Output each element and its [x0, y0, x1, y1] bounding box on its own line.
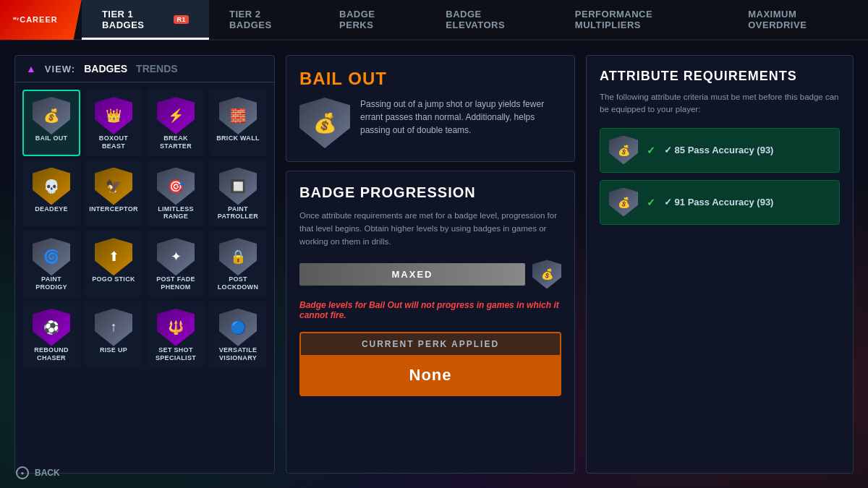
badge-warning: Badge levels for Bail Out will not progr… — [299, 300, 561, 320]
badge-info-section: BAIL OUT 💰 Passing out of a jump shot or… — [286, 55, 575, 162]
back-label: Back — [35, 468, 60, 478]
view-label: VIEW: — [45, 64, 75, 74]
badge-name-bail-out: Bail Out — [35, 134, 68, 142]
badge-name-title: BAIL OUT — [299, 69, 561, 89]
badge-progression-section: BADGE PROGRESSION Once attribute require… — [286, 171, 575, 474]
badge-name-limitless-range: Limitless Range — [151, 205, 200, 221]
badge-detail-panel: BAIL OUT 💰 Passing out of a jump shot or… — [286, 55, 575, 474]
badge-item-limitless-range[interactable]: 🎯 Limitless Range — [147, 160, 205, 227]
maxed-badge-icon: 💰 — [532, 260, 561, 288]
badge-item-interceptor[interactable]: 🦅 Interceptor — [85, 160, 142, 227]
main-content: ▲ VIEW: Badges Trends 💰 Bail Out 👑 Boxou… — [0, 40, 868, 488]
maxed-bar: MAXED 💰 — [299, 260, 561, 288]
attr-req-description: The following attribute criteria must be… — [600, 91, 840, 116]
perk-section: CURRENT PERK APPLIED None — [299, 332, 561, 396]
tab-badge-perks[interactable]: Badge Perks — [319, 0, 425, 40]
tab-trends[interactable]: Trends — [136, 63, 178, 74]
tab-tier2-badges[interactable]: Tier 2 Badges — [209, 0, 319, 40]
badge-info-content: 💰 Passing out of a jump shot or layup yi… — [299, 98, 561, 148]
badge-name-paint-patroller: Paint Patroller — [213, 205, 263, 221]
attr-check-2: ✓ — [647, 197, 655, 208]
attr-req-2-label: ✓ 91 Pass Accuracy (93) — [664, 197, 773, 207]
attr-badge-icon-2: 💰 — [609, 188, 638, 217]
badge-item-boxout-beast[interactable]: 👑 Boxout Beast — [85, 90, 142, 156]
tab-maximum-overdrive[interactable]: Maximum Overdrive — [728, 0, 868, 40]
tab-tier1-badges[interactable]: Tier 1 Badges R1 — [82, 0, 209, 40]
top-navigation: ᴹʸCAREER Tier 1 Badges R1 Tier 2 Badges … — [0, 0, 868, 40]
attr-req-title: ATTRIBUTE REQUIREMENTS — [600, 69, 840, 84]
badge-name-rebound-chaser: Rebound Chaser — [27, 346, 76, 362]
badge-item-versatile-visionary[interactable]: 🔵 Versatile Visionary — [209, 301, 267, 368]
attr-req-2: 💰 ✓ ✓ 91 Pass Accuracy (93) — [600, 180, 840, 225]
badge-name-rise-up: Rise Up — [100, 346, 127, 354]
attr-badge-icon-1: 💰 — [609, 136, 638, 165]
badge-name-paint-prodigy: Paint Prodigy — [27, 275, 76, 291]
badge-item-set-shot-specialist[interactable]: 🔱 Set Shot Specialist — [147, 301, 205, 368]
maxed-label: MAXED — [299, 263, 525, 286]
attribute-requirements-panel: ATTRIBUTE REQUIREMENTS The following att… — [586, 55, 854, 474]
progression-description: Once attribute requirements are met for … — [299, 210, 561, 248]
badge-name-brick-wall: Brick Wall — [216, 134, 260, 142]
badge-name-set-shot-specialist: Set Shot Specialist — [151, 346, 200, 362]
badge-item-paint-patroller[interactable]: 🔲 Paint Patroller — [209, 160, 267, 227]
badge-item-paint-prodigy[interactable]: 🌀 Paint Prodigy — [22, 231, 80, 297]
perk-label: CURRENT PERK APPLIED — [301, 333, 560, 356]
badge-description: Passing out of a jump shot or layup yiel… — [360, 98, 561, 137]
attr-req-1-label: ✓ 85 Pass Accuracy (93) — [664, 145, 773, 155]
back-circle-icon: ● — [16, 466, 29, 479]
nav-tab-list: Tier 1 Badges R1 Tier 2 Badges Badge Per… — [82, 0, 868, 39]
perk-value: None — [301, 356, 560, 395]
badge-item-pogo-stick[interactable]: ⬆ Pogo Stick — [85, 231, 142, 297]
badge-list-panel: ▲ VIEW: Badges Trends 💰 Bail Out 👑 Boxou… — [14, 55, 275, 474]
badge-name-interceptor: Interceptor — [89, 205, 138, 213]
badge-hero-icon: 💰 — [299, 98, 350, 148]
badge-grid: 💰 Bail Out 👑 Boxout Beast ⚡ Break Starte… — [15, 82, 274, 374]
badge-name-deadeye: Deadeye — [35, 205, 68, 213]
badge-item-brick-wall[interactable]: 🧱 Brick Wall — [209, 90, 267, 156]
badge-name-versatile-visionary: Versatile Visionary — [213, 346, 263, 362]
badge-item-rebound-chaser[interactable]: ⚽ Rebound Chaser — [22, 301, 80, 368]
attr-check-1: ✓ — [647, 145, 655, 156]
badge-item-post-fade-phenom[interactable]: ✦ Post Fade Phenom — [147, 231, 205, 297]
badge-item-rise-up[interactable]: ↑ Rise Up — [85, 301, 142, 368]
r1-badge: R1 — [174, 15, 189, 24]
badge-name-post-fade-phenom: Post Fade Phenom — [151, 275, 200, 291]
mycareer-logo: ᴹʸCAREER — [0, 0, 82, 40]
progression-title: BADGE PROGRESSION — [299, 184, 561, 201]
badge-item-deadeye[interactable]: 💀 Deadeye — [22, 160, 80, 227]
attr-req-1: 💰 ✓ ✓ 85 Pass Accuracy (93) — [600, 128, 840, 173]
badge-item-break-starter[interactable]: ⚡ Break Starter — [147, 90, 205, 156]
tab-badge-elevators[interactable]: Badge Elevators — [425, 0, 555, 40]
tab-performance-multipliers[interactable]: Performance Multipliers — [555, 0, 728, 40]
badge-name-pogo-stick: Pogo Stick — [92, 275, 135, 283]
badge-item-bail-out[interactable]: 💰 Bail Out — [22, 90, 80, 156]
badge-name-break-starter: Break Starter — [151, 134, 200, 150]
badge-name-boxout-beast: Boxout Beast — [89, 134, 138, 150]
view-icon: ▲ — [26, 63, 36, 74]
view-header: ▲ VIEW: Badges Trends — [15, 56, 274, 82]
tab-badges[interactable]: Badges — [84, 63, 127, 74]
badge-name-post-lockdown: Post Lockdown — [213, 275, 263, 291]
back-button[interactable]: ● Back — [16, 466, 60, 479]
badge-item-post-lockdown[interactable]: 🔒 Post Lockdown — [209, 231, 267, 297]
